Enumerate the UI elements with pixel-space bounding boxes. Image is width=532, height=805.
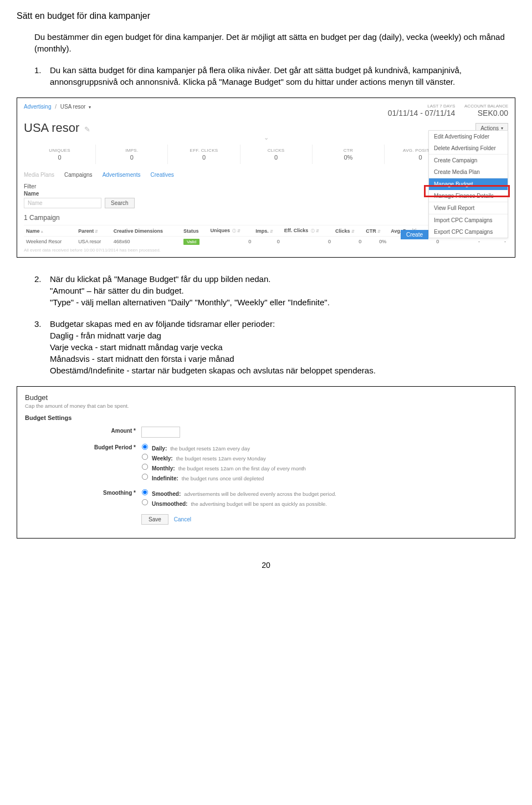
budget-heading: Budget [25, 393, 507, 402]
smoothing-label: Smoothing * [25, 489, 141, 496]
page-title: USA resor [24, 121, 79, 135]
cell-status: Valid [181, 237, 208, 247]
step-1-num: 1. [34, 64, 50, 88]
budget-subtitle: Cap the amount of money that can be spen… [25, 403, 507, 409]
menu-create-media-plan[interactable]: Create Media Plan [429, 166, 508, 178]
th-uniques[interactable]: Uniques ⓘ ⇵ [208, 225, 253, 237]
cell-name[interactable]: Weekend Resor [24, 237, 76, 247]
breadcrumb-root[interactable]: Advertising [24, 104, 51, 110]
stat-ctr: CTR0% [313, 145, 385, 164]
breadcrumb-sep: / [55, 104, 57, 110]
menu-manage-finance[interactable]: Manage Finance Details [429, 190, 508, 202]
doc-title: Sätt en budget för dina kampanjer [17, 11, 515, 21]
budget-period-label: Budget Period * [25, 443, 141, 450]
step-1: 1. Du kan sätta budget för dina kampanje… [34, 64, 515, 88]
cell-ctr: 0% [364, 237, 388, 247]
table-footer-note: All event data received before 10:00 07/… [24, 248, 508, 253]
amount-input[interactable] [141, 427, 180, 438]
radio-smoothed-desc: advertisements will be delivered evenly … [184, 491, 336, 497]
actions-menu: Edit Advertising Folder Delete Advertisi… [428, 130, 508, 238]
cell-effclicks: 0 [282, 237, 333, 247]
cell-cd: 468x60 [111, 237, 181, 247]
balance-label: ACCOUNT BALANCE [464, 104, 508, 109]
radio-indefinite-desc: the budget runs once until depleted [182, 475, 264, 481]
create-button[interactable]: Create [401, 230, 428, 239]
cell-clicks: 0 [333, 237, 364, 247]
stat-uniques: UNIQUES0 [24, 145, 96, 164]
stat-imps: IMPS.0 [96, 145, 168, 164]
step-3: 3. Budgetar skapas med en av följande ti… [34, 318, 515, 376]
th-ctr[interactable]: CTR⇵ [364, 225, 388, 237]
tab-media-plans[interactable]: Media Plans [24, 170, 54, 180]
radio-weekly-desc: the budget resets 12am every Monday [176, 455, 266, 462]
step-2-line-b: "Amount" – här sätter du din budget. [50, 285, 515, 296]
tab-advertisements[interactable]: Advertisements [103, 170, 141, 180]
th-creative-dimensions: Creative Dimensions [111, 225, 181, 237]
radio-daily-desc: the budget resets 12am every day [170, 445, 250, 452]
step-3-line-d: Månadsvis - start midnatt den första i v… [50, 353, 515, 365]
menu-import-cpc[interactable]: Import CPC Campaigns [429, 214, 508, 226]
cell-parent[interactable]: USA resor [76, 237, 111, 247]
radio-unsmoothed[interactable] [142, 499, 148, 505]
step-2-line-a: När du klickat på "Manage Budget" får du… [50, 273, 515, 285]
balance-value: SEK0.00 [464, 109, 508, 117]
amount-label: Amount * [25, 427, 141, 434]
cancel-link[interactable]: Cancel [174, 516, 191, 522]
budget-settings-heading: Budget Settings [25, 414, 507, 421]
step-3-num: 3. [34, 318, 50, 376]
breadcrumb: Advertising / USA resor ▾ [24, 104, 91, 110]
th-status: Status [181, 225, 208, 237]
menu-create-campaign[interactable]: Create Campaign [429, 155, 508, 166]
radio-indefinite[interactable] [142, 474, 148, 480]
radio-monthly-label: Monthly: [152, 465, 175, 471]
radio-monthly[interactable] [142, 464, 148, 470]
radio-weekly-label: Weekly: [152, 455, 173, 462]
name-input[interactable]: Name [24, 198, 101, 208]
th-imps[interactable]: Imps.⇵ [253, 225, 282, 237]
th-eff-clicks[interactable]: Eff. Clicks ⓘ ⇵ [282, 225, 333, 237]
step-1-text: Du kan sätta budget för dina kampanjer p… [50, 64, 515, 88]
step-3-line-c: Varje vecka - start midnatt måndag varje… [50, 341, 515, 353]
date-range-label: LAST 7 DAYS [388, 104, 455, 109]
th-name[interactable]: Name▴ [24, 225, 76, 237]
radio-unsmoothed-desc: the advertising budget will be spent as … [191, 501, 327, 507]
step-2-line-c: "Type" - välj mellan alternativen "Daily… [50, 296, 515, 308]
screenshot-advertising-folder: Advertising / USA resor ▾ LAST 7 DAYS 01… [17, 98, 515, 258]
step-3-line-b: Daglig - från midnatt varje dag [50, 330, 515, 341]
step-2: 2. När du klickat på "Manage Budget" får… [34, 273, 515, 308]
radio-daily-label: Daily: [152, 445, 167, 452]
menu-export-cpc[interactable]: Export CPC Campaigns [429, 226, 508, 238]
menu-view-full-report[interactable]: View Full Report [429, 202, 508, 214]
screenshot-budget-form: Budget Cap the amount of money that can … [17, 386, 515, 539]
radio-weekly[interactable] [142, 454, 148, 460]
date-range: 01/11/14 - 07/11/14 [388, 109, 455, 117]
step-3-line-a: Budgetar skapas med en av följande tidsr… [50, 318, 515, 330]
stat-clicks: CLICKS0 [241, 145, 313, 164]
step-3-line-e: Obestämd/Indefinite - startar när budget… [50, 365, 515, 376]
cell-uniques: 0 [208, 237, 253, 247]
radio-smoothed-label: Smoothed: [152, 491, 181, 497]
edit-icon[interactable]: ✎ [84, 125, 90, 134]
th-parent[interactable]: Parent⇵ [76, 225, 111, 237]
radio-daily[interactable] [142, 444, 148, 450]
menu-delete-folder[interactable]: Delete Advertising Folder [429, 142, 508, 154]
radio-monthly-desc: the budget resets 12am on the first day … [178, 465, 306, 471]
tab-creatives[interactable]: Creatives [151, 170, 174, 180]
menu-edit-folder[interactable]: Edit Advertising Folder [429, 131, 508, 142]
page-number: 20 [17, 561, 515, 570]
stat-eff-clicks: EFF. CLICKS0 [168, 145, 240, 164]
radio-indefinite-label: Indefinite: [152, 475, 178, 481]
step-2-num: 2. [34, 273, 50, 308]
th-clicks[interactable]: Clicks⇵ [333, 225, 364, 237]
doc-intro: Du bestämmer din egen budget för dina ka… [34, 31, 515, 54]
search-button[interactable]: Search [105, 198, 135, 208]
save-button[interactable]: Save [141, 514, 168, 525]
radio-unsmoothed-label: Unsmoothed: [152, 501, 187, 507]
cell-imps: 0 [253, 237, 282, 247]
caret-down-icon[interactable]: ▾ [89, 105, 91, 110]
tab-campaigns[interactable]: Campaigns [64, 170, 93, 180]
breadcrumb-current: USA resor [60, 104, 86, 110]
menu-manage-budget[interactable]: Manage Budget [429, 178, 508, 190]
radio-smoothed[interactable] [142, 489, 148, 495]
